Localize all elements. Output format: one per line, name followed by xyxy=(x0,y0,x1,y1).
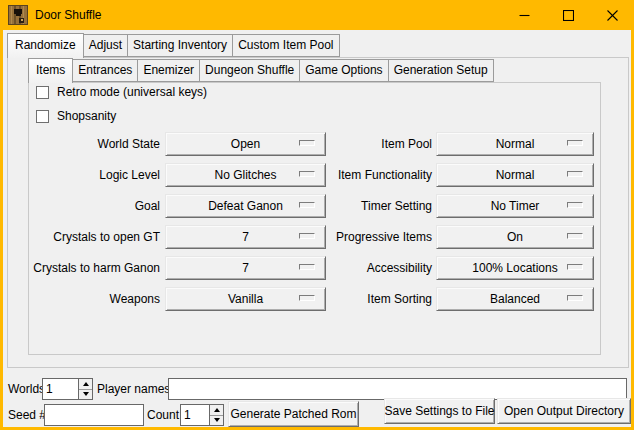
tab-dungeon-shuffle[interactable]: Dungeon Shuffle xyxy=(199,59,300,82)
tab-items[interactable]: Items xyxy=(28,58,73,83)
arrow-up-icon xyxy=(83,382,89,386)
seed-input[interactable] xyxy=(45,405,143,425)
tab-adjust-label: Adjust xyxy=(89,38,122,52)
worlds-up-button[interactable] xyxy=(79,379,92,390)
dropdown-indicator-icon xyxy=(567,295,583,301)
tab-randomize[interactable]: Randomize xyxy=(7,33,84,58)
goal-label: Goal xyxy=(28,194,160,218)
worlds-label: Worlds xyxy=(8,378,45,400)
count-spin-buttons xyxy=(209,405,223,425)
progressive-items-label: Progressive Items xyxy=(298,225,432,249)
crystals-gt-label: Crystals to open GT xyxy=(28,225,160,249)
main-tab-bar: Randomize Adjust Starting Inventory Cust… xyxy=(7,32,339,57)
door-icon xyxy=(8,5,28,25)
item-functionality-dropdown[interactable]: Normal xyxy=(436,163,594,187)
maximize-icon xyxy=(563,10,574,21)
arrow-down-icon xyxy=(214,418,220,422)
tab-starting-inventory[interactable]: Starting Inventory xyxy=(127,34,233,57)
accessibility-value: 100% Locations xyxy=(472,261,557,275)
dropdown-indicator-icon xyxy=(567,264,583,270)
arrow-up-icon xyxy=(214,408,220,412)
worlds-down-button[interactable] xyxy=(79,390,92,400)
tab-generation-setup[interactable]: Generation Setup xyxy=(388,59,494,82)
progressive-items-value: On xyxy=(507,230,523,244)
generate-patched-rom-button[interactable]: Generate Patched Rom xyxy=(228,401,359,427)
timer-setting-label: Timer Setting xyxy=(298,194,432,218)
tab-dungeon-shuffle-label: Dungeon Shuffle xyxy=(205,63,294,77)
weapons-value: Vanilla xyxy=(228,292,263,306)
tab-enemizer[interactable]: Enemizer xyxy=(137,59,200,82)
count-stepper xyxy=(180,404,224,426)
tab-game-options[interactable]: Game Options xyxy=(299,59,388,82)
minimize-icon xyxy=(519,10,530,21)
accessibility-label: Accessibility xyxy=(298,256,432,280)
world-state-label: World State xyxy=(28,132,160,156)
accessibility-dropdown[interactable]: 100% Locations xyxy=(436,256,594,280)
worlds-spin-buttons xyxy=(78,379,92,399)
item-pool-value: Normal xyxy=(496,137,535,151)
dropdown-indicator-icon xyxy=(567,140,583,146)
sub-tab-bar: Items Entrances Enemizer Dungeon Shuffle… xyxy=(28,57,493,82)
timer-setting-dropdown[interactable]: No Timer xyxy=(436,194,594,218)
item-pool-dropdown[interactable]: Normal xyxy=(436,132,594,156)
window-title: Door Shuffle xyxy=(35,8,102,22)
close-button[interactable] xyxy=(590,0,634,30)
crystals-ganon-value: 7 xyxy=(242,261,249,275)
worlds-input[interactable] xyxy=(43,379,78,399)
seed-label: Seed # xyxy=(8,404,46,426)
dropdown-indicator-icon xyxy=(567,202,583,208)
save-settings-button[interactable]: Save Settings to File xyxy=(384,398,495,424)
close-icon xyxy=(607,10,618,21)
tab-entrances-label: Entrances xyxy=(78,63,132,77)
tab-custom-item-pool-label: Custom Item Pool xyxy=(238,38,333,52)
window-controls xyxy=(502,0,634,30)
shopsanity-checkbox-row: Shopsanity xyxy=(36,108,116,124)
player-names-field xyxy=(168,378,627,400)
item-functionality-label: Item Functionality xyxy=(298,163,432,187)
crystals-gt-value: 7 xyxy=(242,230,249,244)
item-functionality-value: Normal xyxy=(496,168,535,182)
minimize-button[interactable] xyxy=(502,0,546,30)
player-names-input[interactable] xyxy=(169,379,626,399)
retro-mode-label: Retro mode (universal keys) xyxy=(57,85,207,99)
logic-level-label: Logic Level xyxy=(28,163,160,187)
arrow-down-icon xyxy=(83,392,89,396)
worlds-stepper xyxy=(42,378,93,400)
progressive-items-dropdown[interactable]: On xyxy=(436,225,594,249)
item-pool-label: Item Pool xyxy=(298,132,432,156)
retro-mode-checkbox[interactable] xyxy=(36,86,49,99)
tab-randomize-label: Randomize xyxy=(15,38,76,52)
retro-mode-checkbox-row: Retro mode (universal keys) xyxy=(36,84,207,100)
app-window: Door Shuffle Randomize Adjust Starting I… xyxy=(0,0,634,430)
shopsanity-label: Shopsanity xyxy=(57,109,116,123)
maximize-button[interactable] xyxy=(546,0,590,30)
player-names-label: Player names xyxy=(97,378,170,400)
dropdown-indicator-icon xyxy=(567,233,583,239)
count-input[interactable] xyxy=(181,405,209,425)
world-state-value: Open xyxy=(231,137,260,151)
count-label: Count xyxy=(147,404,179,426)
seed-field xyxy=(44,404,144,426)
shopsanity-checkbox[interactable] xyxy=(36,110,49,123)
item-sorting-value: Balanced xyxy=(490,292,540,306)
dropdown-indicator-icon xyxy=(567,171,583,177)
tab-starting-inventory-label: Starting Inventory xyxy=(133,38,227,52)
tab-items-label: Items xyxy=(36,63,65,77)
tab-adjust[interactable]: Adjust xyxy=(83,34,128,57)
open-output-directory-button[interactable]: Open Output Directory xyxy=(497,398,631,424)
client-area: Randomize Adjust Starting Inventory Cust… xyxy=(3,30,631,427)
timer-setting-value: No Timer xyxy=(491,199,540,213)
title-bar: Door Shuffle xyxy=(0,0,634,30)
tab-generation-setup-label: Generation Setup xyxy=(394,63,488,77)
count-down-button[interactable] xyxy=(210,416,223,426)
tab-entrances[interactable]: Entrances xyxy=(72,59,138,82)
item-sorting-dropdown[interactable]: Balanced xyxy=(436,287,594,311)
tab-game-options-label: Game Options xyxy=(305,63,382,77)
crystals-ganon-label: Crystals to harm Ganon xyxy=(28,256,160,280)
goal-value: Defeat Ganon xyxy=(208,199,283,213)
logic-level-value: No Glitches xyxy=(214,168,276,182)
tab-custom-item-pool[interactable]: Custom Item Pool xyxy=(232,34,339,57)
weapons-label: Weapons xyxy=(28,287,160,311)
tab-enemizer-label: Enemizer xyxy=(143,63,194,77)
count-up-button[interactable] xyxy=(210,405,223,416)
